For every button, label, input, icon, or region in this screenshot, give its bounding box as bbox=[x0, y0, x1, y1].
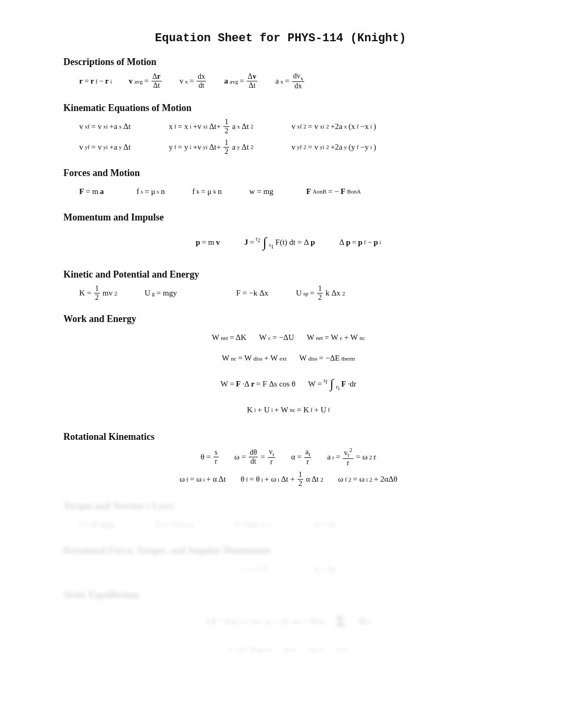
torque-equations: τ = rF sinφ Σ τ = I αavg I = Σmiri2 α = … bbox=[79, 516, 498, 533]
rot-kin-equations: θ = sr ω = dθdt = vtr α = atr ar = vt2r … bbox=[79, 447, 498, 489]
section-torque: Torque and Newton's Laws bbox=[63, 501, 498, 512]
energy-equations: K = 12mv2 Ug = mgy F = −k Δx Usp = 12k Δ… bbox=[79, 284, 498, 302]
section-kinematic: Kinematic Equations of Motion bbox=[63, 103, 498, 114]
rot-forces-equations: τ = r × F L = Iω bbox=[79, 560, 498, 578]
section-momentum: Momentum and Impulse bbox=[63, 212, 498, 223]
section-energy: Kinetic and Potential and Energy bbox=[63, 269, 498, 280]
kinematic-equations: vxf = vxi+ax Δt xf = xi+vxi Δt+ 12 ax Δt… bbox=[79, 118, 498, 156]
work-equations: Wnet = ΔK Wc = −ΔU Wnet = Wc + Wnc Wnc =… bbox=[79, 329, 498, 420]
forces-equations: F = ma fs = μsn fk = μkn w = mg FAonB = … bbox=[79, 183, 498, 200]
section-desc-motion: Descriptions of Motion bbox=[63, 57, 498, 68]
page-title: Equation Sheet for PHYS-114 (Knight) bbox=[63, 32, 498, 45]
section-rot-kin: Rotational Kinematics bbox=[63, 431, 498, 443]
section-forces: Forces and Motion bbox=[63, 168, 498, 179]
momentum-equations: p = mv J = t2 ∫ t1 F(t) dt = Δp Δp = pf … bbox=[79, 227, 498, 257]
section-rot-forces: Rotational Force, Torque, and Angular Mo… bbox=[63, 545, 498, 556]
stat-equil-equations: ΣF = macm = m1a1 + m2a2 = Ma Σ M r τ = r… bbox=[79, 605, 498, 659]
section-work: Work and Energy bbox=[63, 314, 498, 325]
section-stat-equil: Static Equilibrium bbox=[63, 589, 498, 601]
desc-motion-equations: r = rf − ri vavg = ΔrΔt vx = dxdt aavg =… bbox=[79, 72, 498, 91]
